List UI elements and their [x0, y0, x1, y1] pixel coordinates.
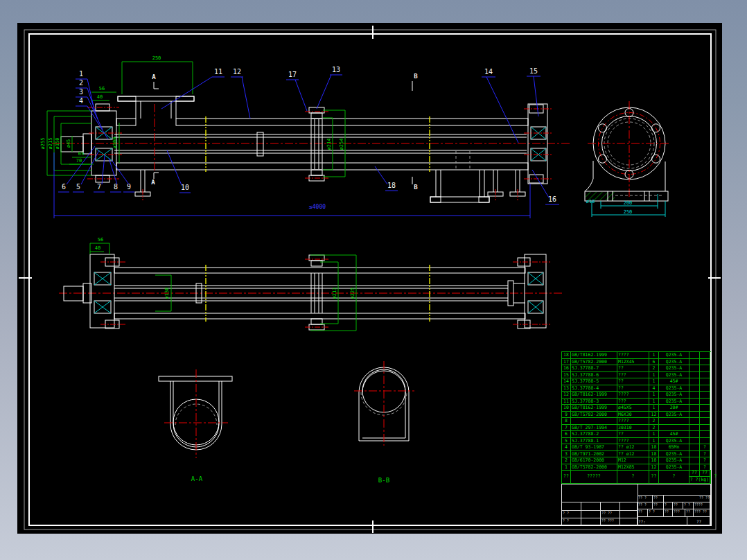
tb-cell [620, 510, 638, 518]
bom-cell-rk [700, 412, 710, 419]
bom-cell-mat: Q235-A [659, 399, 689, 405]
bom-cell-rk [700, 399, 710, 405]
bom-cell-nm: ???? [617, 438, 649, 445]
tb-cell [581, 518, 601, 525]
tb-cell: ? ? [683, 502, 694, 509]
dim-40: 40 [97, 94, 103, 100]
dim-56: 56 [99, 86, 105, 91]
bom-header-material: ? [659, 470, 689, 483]
dim2-213: ø213 [332, 288, 337, 299]
bom-cell-w1 [689, 451, 700, 458]
dim-215: ø215 [48, 138, 53, 150]
bom-cell-mat: Q235-A [659, 451, 689, 458]
callout-15: 15 [529, 67, 538, 75]
bom-cell-w1 [689, 392, 700, 399]
bom-cell-nm: ?? [617, 385, 649, 392]
tb-cell: ?? [664, 509, 673, 516]
tb-grade-cell: ?? [687, 516, 710, 526]
bom-cell-no: 8 [562, 418, 571, 425]
bom-cell-w1 [689, 378, 700, 385]
section-a-marker-bottom: A [151, 179, 155, 186]
tb-date-label: ?? ??? [601, 518, 620, 525]
bom-cell-qty: 1 [649, 399, 659, 405]
right-bearing-housing-2 [513, 254, 551, 329]
bom-row: 11SJ.37788-3???1Q235-A [562, 399, 711, 405]
bom-cell-qty: 18 [649, 451, 659, 458]
callout-2: 2 [79, 79, 83, 87]
bom-cell-w1 [689, 385, 700, 392]
callout-11: 11 [214, 68, 222, 76]
bom-cell-no: 2 [562, 457, 571, 464]
bom-cell-mat: Q235-A [659, 352, 689, 359]
bom-cell-code: SJ.37788-3 [571, 399, 617, 405]
bom-cell-nm: ?? [617, 431, 649, 438]
tb-cell: ? [664, 502, 673, 509]
bom-cell-mat: Q235-A [659, 359, 689, 366]
bom-cell-qty: 1 [649, 378, 659, 385]
bom-cell-rk [700, 405, 710, 412]
bom-cell-no: 13 [562, 385, 571, 392]
callout-18: 18 [387, 182, 396, 189]
bom-cell-rk [700, 365, 710, 372]
tb-sheet-label: ?? ?? [664, 495, 710, 502]
bom-cell-mat: 45# [659, 431, 689, 438]
bom-cell-qty: 1 [649, 431, 659, 438]
tb-cell: ?? [673, 502, 683, 509]
tb-cell: ?? [653, 502, 664, 509]
section-b-marker-top: B [414, 73, 418, 80]
bom-cell-no: 5 [562, 438, 571, 445]
bom-row: 2GB/6170-2000M1218Q235-A? [562, 457, 711, 464]
bom-cell-code: SJ.37788-4 [571, 385, 617, 392]
bom-cell-code: SJ.37788-2 [571, 431, 617, 438]
bom-header-weight: ???? ? ?(kg) [689, 470, 710, 483]
bom-cell-w1 [689, 418, 700, 425]
bom-cell-code [571, 418, 617, 425]
bom-header-code: ????? [571, 470, 617, 483]
bom-cell-qty: 2 [649, 418, 659, 425]
bom-cell-rk: ? [700, 444, 710, 451]
tb-review-label: ? ? [562, 510, 581, 518]
bom-cell-rk [700, 438, 710, 445]
bom-cell-mat: Q235-A [659, 365, 689, 372]
bom-cell-w1 [689, 405, 700, 412]
bom-cell-w1 [689, 412, 700, 419]
bom-cell-rk [700, 372, 710, 379]
bom-cell-nm: ??? [617, 372, 649, 379]
bom-cell-nm: ???? [617, 352, 649, 359]
dim-100: ø100 [112, 137, 118, 149]
bom-cell-nm: M12X45 [617, 359, 649, 366]
tb-cell [581, 502, 601, 510]
bom-row: 14SJ.37788-5??145# [562, 378, 711, 385]
bom-cell-qty: 1 [649, 372, 659, 379]
bom-cell-nm: ?? [617, 365, 649, 372]
bom-cell-mat: 45# [659, 378, 689, 385]
bom-row: 5SJ.37788-1????1Q235-A [562, 438, 711, 445]
bom-row: 9GB/T5782-2000M6X3012Q235-A [562, 412, 711, 419]
bom-row: 3GB/T971-2002?? ø1218Q235-A? [562, 451, 711, 458]
bom-cell-nm: ???? [617, 392, 649, 399]
tb-cell: ??? [673, 509, 685, 516]
bom-cell-code: SJ.37788-5 [571, 378, 617, 385]
bom-cell-code: GB/T 93-1987 [571, 444, 617, 451]
section-aa-view: A-A [159, 369, 232, 482]
dim2-56: 56 [98, 237, 103, 243]
tb-sign-label: ?? ?? [601, 510, 620, 518]
bom-row: 10GB/T8162-1999ø45X5120# [562, 405, 711, 412]
bom-cell-qty: 2 [649, 365, 659, 372]
bom-header-qty: ?? [649, 470, 659, 483]
bom-cell-qty: 18 [649, 444, 659, 451]
bom-cell-nm: 30310 [617, 425, 649, 432]
bom-cell-qty: 1 [649, 352, 659, 359]
dim-overall-length: ≤4000 [309, 204, 326, 210]
bom-cell-nm: M12 [617, 457, 649, 464]
section-bb-view: B-B [354, 361, 414, 484]
bom-cell-mat: Q235-A [659, 457, 689, 464]
bom-cell-mat [659, 418, 689, 425]
dim-250-end: 250 [624, 209, 633, 215]
bom-cell-code: GB/T8162-1999 [571, 352, 617, 359]
bom-cell-mat: Q235-A [659, 438, 689, 445]
bom-cell-qty: 18 [649, 457, 659, 464]
bom-cell-rk [700, 418, 710, 425]
bom-row: 6SJ.37788-2??145# [562, 431, 711, 438]
tb-cell [581, 510, 601, 518]
